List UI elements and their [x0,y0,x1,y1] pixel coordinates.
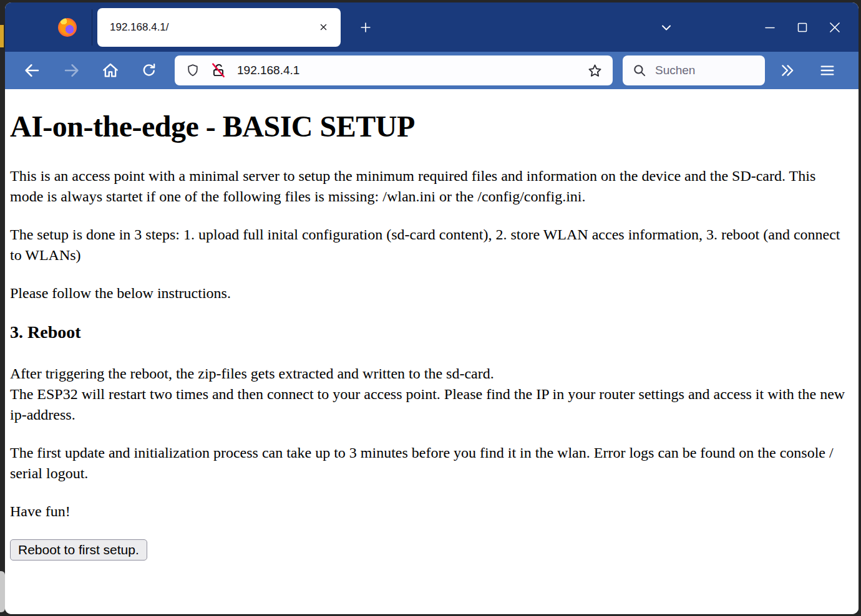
reboot-button[interactable]: Reboot to first setup. [10,539,147,561]
tracking-shield-icon[interactable] [182,60,203,81]
forward-icon[interactable] [59,57,85,84]
tab-close-icon[interactable] [314,19,332,36]
page-content: AI-on-the-edge - BASIC SETUP This is an … [5,89,859,614]
intro-paragraph: This is an access point with a minimal s… [10,166,850,207]
window-controls [754,15,851,40]
insecure-lock-icon[interactable] [207,60,230,81]
new-tab-icon[interactable] [354,16,377,39]
first-update-paragraph: The first update and initialization proc… [10,443,850,484]
firefox-logo-icon [58,18,77,37]
navigation-toolbar: 192.168.4.1 Suchen [5,52,859,89]
browser-window: 192.168.4.1/ [5,2,859,614]
url-bar[interactable]: 192.168.4.1 [175,55,613,85]
background-window-fragment-gray [0,571,5,612]
back-icon[interactable] [19,57,45,84]
page-title: AI-on-the-edge - BASIC SETUP [10,109,850,143]
browser-tab[interactable]: 192.168.4.1/ [97,8,341,47]
instructions-paragraph: Please follow the below instructions. [10,283,850,304]
close-icon[interactable] [819,15,851,40]
url-text: 192.168.4.1 [237,64,584,77]
search-placeholder: Suchen [655,64,695,77]
reload-icon[interactable] [136,57,162,84]
have-fun-paragraph: Have fun! [10,501,850,522]
bookmark-star-icon[interactable] [584,60,605,81]
reboot-description-line2: The ESP32 will restart two times and the… [10,386,845,423]
minimize-icon[interactable] [754,15,786,40]
tab-list-chevron-icon[interactable] [654,16,679,39]
reboot-section-heading: 3. Reboot [10,322,850,342]
background-window-fragment-yellow [0,25,4,47]
titlebar: 192.168.4.1/ [5,2,859,52]
titlebar-divider [92,9,92,46]
search-icon [631,62,648,79]
desktop: { "titlebar": { "tab_title": "192.168.4.… [0,0,861,616]
search-box[interactable]: Suchen [623,55,765,85]
hamburger-menu-icon[interactable] [814,57,841,84]
tab-title: 192.168.4.1/ [110,21,314,34]
steps-paragraph: The setup is done in 3 steps: 1. upload … [10,224,850,266]
home-icon[interactable] [97,57,124,84]
overflow-chevrons-icon[interactable] [774,57,801,84]
maximize-icon[interactable] [786,15,819,40]
reboot-description-line1: After triggering the reboot, the zip-fil… [10,365,494,382]
reboot-description-paragraph: After triggering the reboot, the zip-fil… [10,363,850,425]
